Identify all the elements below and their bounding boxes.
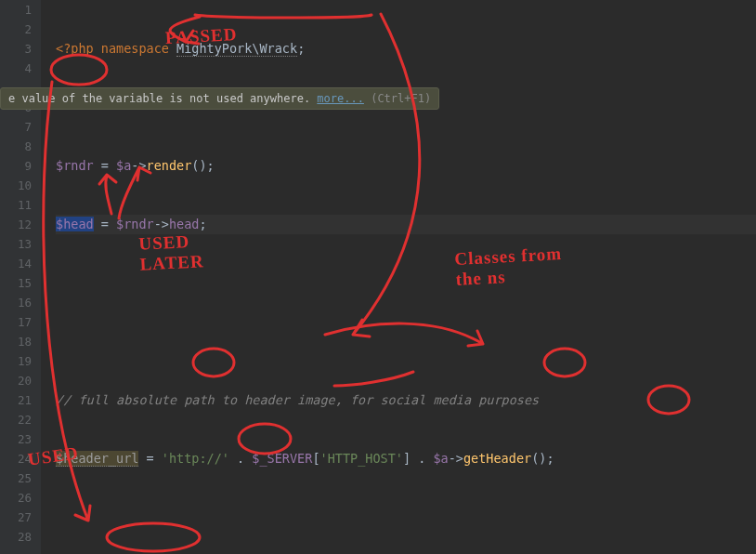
line-number[interactable]: 21 xyxy=(0,390,32,410)
var-rndr: $rndr xyxy=(56,158,94,173)
inspection-tooltip[interactable]: e value of the variable is not used anyw… xyxy=(0,87,439,110)
line-number[interactable]: 1 xyxy=(0,0,32,20)
php-open: <?php xyxy=(56,41,94,56)
line-number[interactable]: 17 xyxy=(0,312,32,332)
line-number[interactable]: 9 xyxy=(0,156,32,176)
line-number[interactable]: 8 xyxy=(0,137,32,156)
line-number[interactable]: 15 xyxy=(0,273,32,293)
line-number[interactable]: 14 xyxy=(0,254,32,273)
keyword-namespace: namespace xyxy=(101,41,169,56)
code-area[interactable]: <?php namespace MightyPork\Wrack; $rndr … xyxy=(41,0,756,554)
line-number[interactable]: 4 xyxy=(0,59,32,78)
handwriting-used-later: USED LATER xyxy=(138,231,204,274)
line-number[interactable]: 19 xyxy=(0,351,32,371)
line-number[interactable]: 2 xyxy=(0,20,32,39)
tooltip-shortcut: (Ctrl+F1) xyxy=(371,92,431,105)
line-number[interactable]: 3 xyxy=(0,39,32,59)
line-number[interactable]: 20 xyxy=(0,371,32,390)
line-number[interactable]: 23 xyxy=(0,429,32,449)
line-number-gutter[interactable]: 1234678910111213141516171819202122232425… xyxy=(0,0,41,554)
line-number[interactable]: 27 xyxy=(0,508,32,527)
handwriting-classes: Classes from the ns xyxy=(454,244,564,290)
handwriting-passed: PASSED xyxy=(164,24,237,48)
code-editor[interactable]: 1234678910111213141516171819202122232425… xyxy=(0,0,756,554)
line-number[interactable]: 13 xyxy=(0,234,32,254)
line-number[interactable]: 18 xyxy=(0,332,32,351)
tooltip-text: e value of the variable is not used anyw… xyxy=(8,92,317,105)
comment: // full absolute path to header image, f… xyxy=(56,392,539,407)
line-number[interactable]: 10 xyxy=(0,176,32,195)
line-number[interactable]: 26 xyxy=(0,488,32,508)
var-head-selected[interactable]: $head xyxy=(56,217,94,231)
line-number[interactable]: 11 xyxy=(0,195,32,215)
line-number[interactable]: 16 xyxy=(0,293,32,312)
line-number[interactable]: 22 xyxy=(0,410,32,429)
line-number[interactable]: 28 xyxy=(0,527,32,547)
line-number[interactable]: 25 xyxy=(0,468,32,488)
tooltip-more-link[interactable]: more... xyxy=(317,92,364,105)
line-number[interactable]: 7 xyxy=(0,117,32,137)
line-number[interactable]: 12 xyxy=(0,215,32,234)
